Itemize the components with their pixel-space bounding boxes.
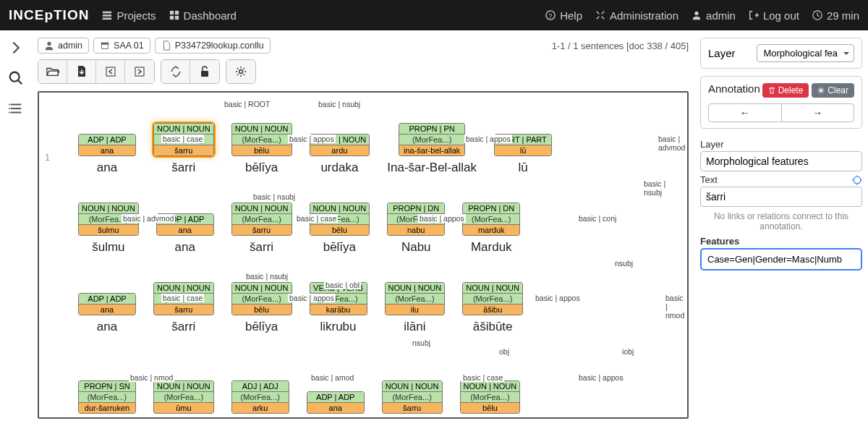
nav-prev[interactable]: ← [709,104,782,122]
token-surface: Marduk [471,240,512,255]
main: admin SAA 01 P334729lookup.conllu 1-1 / … [0,30,868,426]
features-input[interactable]: Case=Gen|Gender=Masc|Numb [700,248,862,270]
arc-label[interactable]: basic | conj [577,214,618,223]
arc-label[interactable]: basic | appos [534,294,582,302]
svg-point-23 [854,176,861,184]
token[interactable]: NOUN | NOUN(MorFea...)bēlu [460,380,521,414]
arc-label[interactable]: basic | obl [324,281,361,289]
svg-point-14 [9,112,10,114]
arc-label[interactable]: nsubj [411,338,432,347]
token[interactable]: ADP | ADPanaana [78,293,136,334]
nav-projects[interactable]: Projects [102,9,156,22]
token[interactable]: NOUN | NOUN(MorFea...)bēlubēlīya [231,282,292,334]
token[interactable]: VERB | VERB(MorFea...)karābulikrubu [310,282,367,334]
user-icon [44,41,54,51]
annotation-line: basic | nsubjbasic | casebasic | apposba… [42,259,684,338]
token-surface: ana [97,320,117,334]
layer-picker-box: Layer Morphological fea [700,38,862,69]
token[interactable]: NOUN | NOUN(MorFea...)bēlubēlīya [310,203,370,255]
arc-label[interactable]: basic | amod [310,373,355,382]
chevron-right-icon [8,40,24,56]
token[interactable]: ADP | ADPana [307,391,365,414]
rail-expand[interactable] [4,36,27,59]
layer-select[interactable]: Morphological fea [757,44,854,62]
nav-administration[interactable]: Administration [595,9,678,22]
token[interactable]: ADP | ADPanaana [78,134,136,175]
arc-label[interactable]: basic | case [161,135,204,143]
arc-label[interactable]: basic | ROOT [223,100,271,108]
arc-label[interactable]: basic | case [295,214,338,223]
nav-next[interactable]: → [782,104,854,122]
arc-label[interactable]: basic | nsubj [317,100,362,108]
token-surface: āšibūte [473,320,513,334]
annotation-title: Annotation [708,82,760,95]
nav-projects-label: Projects [116,9,156,22]
reset-button[interactable] [161,60,190,83]
arc-label[interactable]: nsubj [613,259,634,268]
arc-label[interactable]: basic | appos [577,373,625,382]
nav-help[interactable]: ? Help [545,9,582,22]
nav-logout[interactable]: Log out [749,9,799,22]
arc-label[interactable]: basic | appos [288,294,336,302]
svg-rect-6 [174,16,178,20]
token[interactable]: NOUN | NOUN(MorFea...)šarrušarri [153,282,214,334]
bc-document[interactable]: P334729lookup.conllu [155,38,271,54]
bc-project[interactable]: SAA 01 [93,38,150,54]
tools-icon [595,10,605,20]
export-button[interactable] [67,60,96,83]
arc-label[interactable]: basic | appos [464,135,512,143]
arc-label[interactable]: basic | appos [418,214,466,223]
arc-label[interactable]: basic | advmod [657,135,686,152]
token[interactable]: ADJ | ADJ(MorFea...)arku [231,380,289,414]
arc-label[interactable]: basic | nsubj [642,179,684,197]
prev-button[interactable] [96,60,125,83]
arc-label[interactable]: obj [498,347,511,356]
token[interactable]: NOUN | NOUN(MorFea...)āšibuāšibūte [462,282,523,334]
file-download-icon [77,66,87,77]
arc-label[interactable]: iobj [621,347,635,356]
text-field-label-text: Text [700,174,718,185]
trash-icon [768,87,775,94]
token[interactable]: NOUN | NOUN(MorFea...)šulmušulmu [78,203,139,255]
nav-dashboard[interactable]: Dashboard [169,9,237,22]
layer-label: Layer [708,47,736,59]
timer-label: 29 min [827,9,859,22]
rail-list[interactable] [4,97,27,120]
nav-user[interactable]: admin [692,9,736,22]
arc-label[interactable]: basic | case [461,373,504,382]
arc-label[interactable]: basic | appos [288,135,336,143]
layer-field[interactable] [700,151,862,171]
token[interactable]: NOUN | NOUN(MorFea...)šarrušarri [231,203,292,255]
logout-icon [749,10,759,20]
token[interactable]: NOUN | NOUN(MorFea...)bēlubēlīya [231,123,292,175]
settings-button[interactable] [226,60,255,83]
target-icon[interactable] [852,175,862,185]
token[interactable]: NOUN | NOUN(MorFea...)iluilāni [385,282,446,334]
next-button[interactable] [125,60,154,83]
arc-label[interactable]: basic | nmod [664,294,686,320]
token[interactable]: PROPN | SN(MorFea...)dur-šarruken [78,380,136,414]
token[interactable]: NOUN | NOUN(MorFea...)šarrušarri [153,123,214,175]
arc-label[interactable]: basic | nsubj [252,192,297,201]
svg-point-15 [47,42,51,46]
arc-label[interactable]: basic | nmod [129,373,174,382]
svg-rect-3 [169,11,173,14]
arc-label[interactable]: basic | advmod [122,214,175,223]
lock-button[interactable] [190,60,219,83]
rail-search[interactable] [4,67,27,90]
token[interactable]: PROPN | DN(MorFea...)nabuNabu [387,203,445,255]
token[interactable]: PROPN | DN(MorFea...)mardukMarduk [462,203,520,255]
bc-user[interactable]: admin [38,38,89,54]
right-panel: Layer Morphological fea Annotation Delet… [694,30,868,426]
token[interactable]: NOUN | NOUN(MorFea...)ūmu [153,380,214,414]
token[interactable]: PROPN | PN(MorFea...)ina-šar-bel-allakIn… [387,123,477,175]
delete-button[interactable]: Delete [762,83,809,98]
token[interactable]: NOUN | NOUN(MorFea...)šarru [382,380,443,414]
clear-button[interactable]: Clear [812,83,854,98]
open-button[interactable] [38,60,67,83]
text-field[interactable] [700,187,862,207]
annotation-canvas[interactable]: 1 basic | ROOTbasic | casebasic | apposb… [38,91,689,419]
recycle-icon [170,66,182,77]
arc-label[interactable]: basic | nsubj [244,272,289,281]
arc-label[interactable]: basic | case [161,294,204,302]
